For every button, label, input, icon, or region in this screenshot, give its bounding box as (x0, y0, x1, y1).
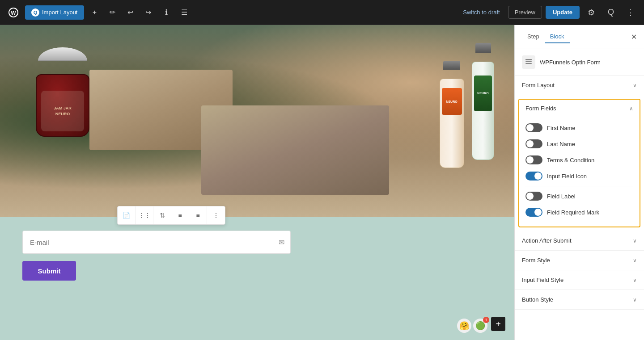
form-fields-label: Form Fields (525, 105, 629, 112)
avatar-group: 🤗 🟢 1 (457, 319, 487, 333)
form-layout-row[interactable]: Form Layout ∨ (515, 76, 644, 95)
wpfunnels-label: WPFunnels Optin Form (540, 59, 601, 66)
toggle-last-name[interactable] (525, 139, 542, 148)
field-name-input-icon: Input Field Icon (547, 173, 633, 180)
form-fields-body: First Name Last Name Terms & Condition (519, 117, 640, 227)
button-style-row[interactable]: Button Style ∨ (515, 290, 644, 310)
svg-rect-4 (525, 63, 532, 64)
field-row-required-mark: Field Required Mark (525, 204, 633, 220)
panel-close-button[interactable]: ✕ (631, 33, 637, 41)
form-section: ✉ Submit + 🤗 🟢 1 (0, 217, 514, 340)
field-name-required-mark: Field Required Mark (547, 209, 633, 216)
update-button[interactable]: Update (546, 6, 580, 19)
avatar-2[interactable]: 🟢 1 (473, 319, 487, 333)
product-bottle-2: NEURO (438, 61, 465, 177)
wp-logo[interactable]: W (5, 4, 21, 21)
bottle-cap-2 (443, 61, 460, 70)
canvas-background: JAM JARNEURO NEURO NEURO (0, 25, 514, 217)
field-row-terms: Terms & Condition (525, 152, 633, 168)
email-icon: ✉ (279, 238, 284, 247)
profile-button[interactable]: Q (603, 4, 619, 21)
toggle-field-label[interactable] (525, 192, 542, 201)
field-name-first-name: First Name (547, 125, 633, 131)
tab-step[interactable]: Step (522, 30, 545, 43)
more-options-button[interactable]: ⋮ (623, 4, 639, 21)
panel-header: Step Block ✕ (515, 25, 644, 49)
bottle-body-2: NEURO (440, 79, 464, 168)
settings-button[interactable]: ⚙ (583, 4, 599, 21)
button-style-chevron: ∨ (633, 297, 637, 303)
topbar: W Q Import Layout + ✏ ↩ ↪ ℹ ☰ Switch to … (0, 0, 644, 25)
preview-button[interactable]: Preview (508, 6, 542, 19)
svg-text:W: W (11, 10, 16, 16)
form-fields-section: Form Fields ∧ First Name Last Name (518, 99, 640, 227)
block-toolbar: 📄 ⋮⋮ ⇅ ≡ ≡ ⋮ (117, 206, 225, 225)
field-divider (525, 186, 633, 186)
form-style-chevron: ∨ (633, 257, 637, 264)
toggle-first-name[interactable] (525, 123, 542, 132)
form-fields-chevron: ∧ (629, 105, 633, 112)
right-panel: Step Block ✕ WPFunnels Optin Form Form L… (514, 25, 644, 340)
switch-to-draft-button[interactable]: Switch to draft (458, 6, 504, 18)
svg-rect-3 (525, 61, 532, 62)
svg-rect-2 (525, 59, 532, 60)
add-block-canvas-button[interactable]: + (491, 317, 505, 331)
jar-text: JAM JARNEURO (54, 105, 72, 117)
tools-button[interactable]: ✏ (106, 5, 120, 20)
field-name-field-label: Field Label (547, 193, 633, 200)
toggle-required-mark[interactable] (525, 208, 542, 217)
main-area: JAM JARNEURO NEURO NEURO (0, 25, 644, 340)
field-row-field-label: Field Label (525, 188, 633, 204)
undo-button[interactable]: ↩ (123, 5, 138, 20)
tab-block[interactable]: Block (545, 30, 570, 43)
jar-lid (38, 47, 87, 61)
form-fields-header[interactable]: Form Fields ∧ (519, 100, 640, 117)
field-row-last-name: Last Name (525, 136, 633, 152)
input-field-style-chevron: ∨ (633, 277, 637, 283)
form-style-label: Form Style (522, 257, 633, 264)
field-row-first-name: First Name (525, 120, 633, 136)
stone-block-2 (201, 105, 389, 195)
email-input-wrapper: ✉ (22, 231, 291, 254)
button-style-label: Button Style (522, 296, 633, 303)
product-jar: JAM JARNEURO (27, 47, 98, 137)
wpfunnels-row: WPFunnels Optin Form (515, 49, 644, 76)
avatar-1[interactable]: 🤗 (457, 319, 471, 333)
toggle-terms[interactable] (525, 155, 542, 164)
block-grid-button[interactable]: ⋮⋮ (136, 206, 153, 224)
form-style-row[interactable]: Form Style ∨ (515, 251, 644, 270)
bottle-label-1: NEURO (474, 76, 492, 111)
canvas: JAM JARNEURO NEURO NEURO (0, 25, 514, 340)
q-icon: Q (31, 8, 39, 17)
svg-rect-5 (525, 65, 532, 65)
block-align-center-button[interactable]: ≡ (189, 206, 207, 224)
toggle-input-icon[interactable] (525, 172, 542, 180)
jar-label: JAM JARNEURO (41, 91, 84, 131)
field-name-terms: Terms & Condition (547, 157, 633, 164)
info-button[interactable]: ℹ (159, 5, 174, 20)
submit-button[interactable]: Submit (22, 261, 76, 281)
import-layout-button[interactable]: Q Import Layout (25, 5, 84, 20)
product-bottle-1: NEURO (470, 43, 496, 168)
canvas-image-area: JAM JARNEURO NEURO NEURO (0, 25, 514, 217)
bottle-label-2: NEURO (442, 88, 462, 115)
action-after-submit-label: Action After Submit (522, 237, 633, 244)
form-layout-label: Form Layout (522, 82, 633, 88)
list-view-button[interactable]: ☰ (177, 5, 191, 20)
block-more-button[interactable]: ⋮ (207, 206, 225, 224)
email-input[interactable] (22, 231, 291, 254)
jar-body: JAM JARNEURO (36, 74, 89, 137)
add-block-button[interactable]: + (88, 5, 102, 20)
form-layout-chevron: ∨ (633, 82, 637, 88)
block-align-left-button[interactable]: ≡ (171, 206, 189, 224)
block-doc-button[interactable]: 📄 (118, 206, 136, 224)
field-name-last-name: Last Name (547, 141, 633, 147)
input-field-style-label: Input Field Style (522, 277, 633, 283)
action-after-submit-chevron: ∨ (633, 238, 637, 244)
action-after-submit-row[interactable]: Action After Submit ∨ (515, 231, 644, 251)
bottle-body-1: NEURO (472, 62, 494, 160)
import-layout-label: Import Layout (42, 9, 78, 16)
input-field-style-row[interactable]: Input Field Style ∨ (515, 270, 644, 290)
block-arrows-button[interactable]: ⇅ (153, 206, 171, 224)
redo-button[interactable]: ↪ (141, 5, 156, 20)
